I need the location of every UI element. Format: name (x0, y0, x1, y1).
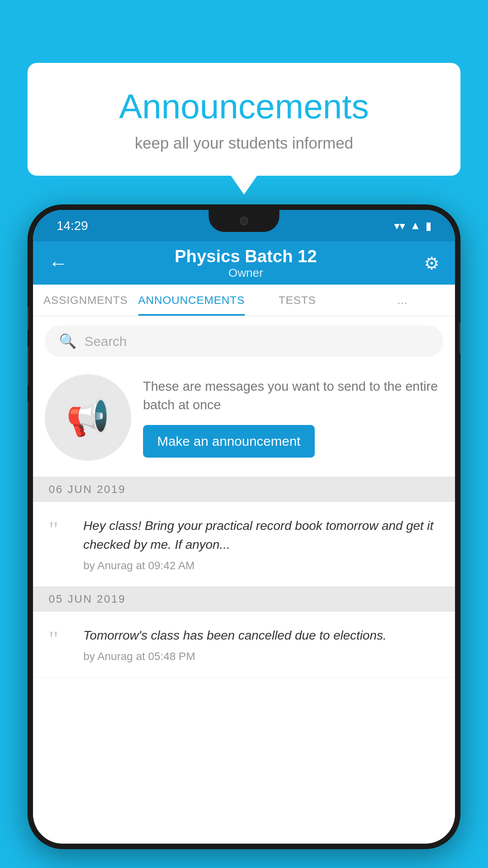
phone-vol-down-button (28, 401, 29, 440)
promo-text-area: These are messages you want to send to t… (143, 377, 443, 457)
back-button[interactable]: ← (49, 252, 68, 274)
tab-tests[interactable]: TESTS (245, 285, 350, 316)
announcement-text-area-2: Tomorrow's class has been cancelled due … (83, 626, 439, 663)
search-icon: 🔍 (59, 333, 77, 349)
header-title: Physics Batch 12 (68, 246, 424, 266)
announcement-meta-1: by Anurag at 09:42 AM (83, 559, 439, 572)
tab-announcements[interactable]: ANNOUNCEMENTS (138, 285, 245, 316)
header-center: Physics Batch 12 Owner (68, 246, 424, 280)
speech-bubble-title: Announcements (59, 86, 429, 127)
tab-more[interactable]: … (350, 285, 455, 316)
status-icons: ▾▾ ▲ ▮ (394, 219, 431, 232)
tab-assignments[interactable]: ASSIGNMENTS (33, 285, 138, 316)
speech-bubble-container: Announcements keep all your students inf… (28, 63, 460, 176)
announcement-text-area-1: Hey class! Bring your practical record b… (83, 516, 439, 572)
wifi-icon: ▾▾ (394, 219, 405, 232)
camera-dot (240, 217, 248, 225)
promo-icon-circle: 📢 (45, 374, 131, 461)
signal-icon: ▲ (410, 219, 421, 232)
status-time: 14:29 (57, 219, 88, 233)
announcement-item-1[interactable]: " Hey class! Bring your practical record… (33, 502, 455, 587)
date-divider-2: 05 JUN 2019 (33, 587, 455, 612)
megaphone-icon: 📢 (66, 397, 110, 438)
battery-icon: ▮ (426, 219, 431, 232)
quote-icon-2: " (49, 627, 72, 651)
status-bar: 14:29 ▾▾ ▲ ▮ (33, 210, 455, 241)
search-bar[interactable]: 🔍 Search (45, 326, 443, 357)
phone-notch (209, 210, 279, 232)
phone-vol-up-button (28, 346, 29, 385)
announcement-text-2: Tomorrow's class has been cancelled due … (83, 626, 439, 645)
promo-section: 📢 These are messages you want to send to… (33, 366, 455, 477)
promo-description: These are messages you want to send to t… (143, 377, 443, 414)
settings-icon[interactable]: ⚙ (424, 253, 439, 273)
make-announcement-button[interactable]: Make an announcement (143, 425, 315, 458)
phone-mute-button (28, 307, 29, 330)
phone-power-button (459, 322, 460, 354)
announcement-item-2[interactable]: " Tomorrow's class has been cancelled du… (33, 612, 455, 677)
speech-bubble: Announcements keep all your students inf… (28, 63, 460, 176)
announcement-meta-2: by Anurag at 05:48 PM (83, 650, 439, 663)
search-placeholder: Search (84, 334, 127, 349)
content-area: 🔍 Search 📢 These are messages you want t… (33, 316, 455, 844)
speech-bubble-subtitle: keep all your students informed (59, 134, 429, 152)
tabs-bar: ASSIGNMENTS ANNOUNCEMENTS TESTS … (33, 285, 455, 316)
app-header: ← Physics Batch 12 Owner ⚙ (33, 241, 455, 285)
date-divider-1: 06 JUN 2019 (33, 477, 455, 502)
header-subtitle: Owner (68, 266, 424, 280)
phone-container: 14:29 ▾▾ ▲ ▮ ← Physics Batch 12 Owner ⚙ (28, 204, 460, 868)
announcement-text-1: Hey class! Bring your practical record b… (83, 516, 439, 554)
phone-screen: 14:29 ▾▾ ▲ ▮ ← Physics Batch 12 Owner ⚙ (33, 210, 455, 844)
quote-icon-1: " (49, 518, 72, 541)
phone-frame: 14:29 ▾▾ ▲ ▮ ← Physics Batch 12 Owner ⚙ (28, 204, 460, 849)
